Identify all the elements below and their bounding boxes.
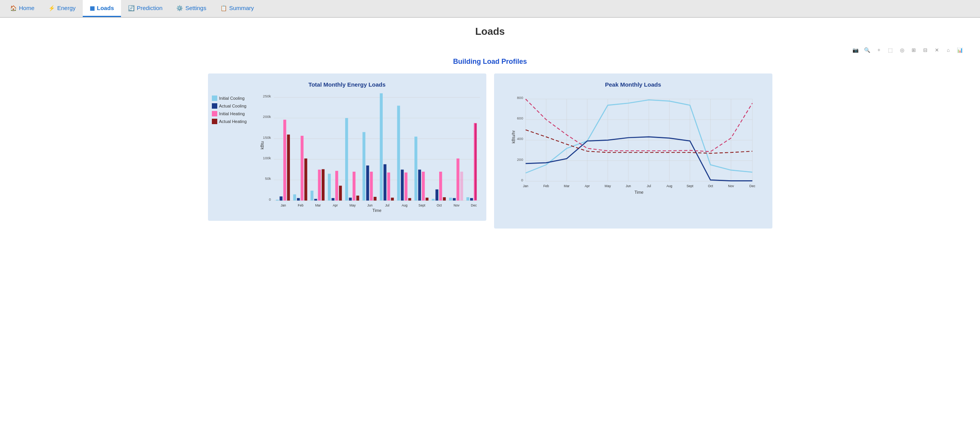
svg-rect-36	[356, 196, 359, 201]
svg-rect-19	[297, 198, 300, 200]
svg-rect-18	[293, 195, 296, 201]
legend-label-actual-heating: Actual Heating	[219, 119, 247, 124]
zoom-button[interactable]: 🔍	[862, 45, 872, 55]
svg-rect-33	[345, 118, 348, 200]
line-chart-svg: 800 600 400 200 0 kBtu/hr	[498, 92, 769, 223]
svg-text:200: 200	[517, 157, 523, 162]
legend-color-actual-heating	[212, 119, 217, 124]
svg-rect-58	[431, 199, 434, 200]
bar-chart-button[interactable]: 📊	[955, 45, 965, 55]
nav-energy[interactable]: ⚡ Energy	[41, 0, 83, 17]
svg-rect-35	[353, 172, 355, 201]
svg-rect-55	[422, 172, 424, 201]
svg-rect-56	[425, 198, 428, 200]
nav-loads[interactable]: ▦ Loads	[83, 0, 121, 17]
svg-rect-44	[383, 164, 386, 201]
legend-initial-cooling: Initial Cooling	[212, 96, 254, 101]
nav-home-label: Home	[19, 5, 34, 11]
svg-text:Time: Time	[372, 208, 381, 213]
nav-settings-label: Settings	[185, 5, 206, 11]
svg-text:Nov: Nov	[453, 203, 460, 207]
svg-rect-29	[331, 198, 334, 200]
svg-rect-38	[362, 132, 365, 201]
svg-rect-54	[418, 170, 421, 201]
bar-chart-container: Total Monthly Energy Loads Initial Cooli…	[208, 73, 486, 221]
svg-text:kBtu/hr: kBtu/hr	[511, 130, 516, 143]
legend-color-initial-heating	[212, 111, 217, 116]
svg-text:Dec: Dec	[471, 203, 477, 207]
legend-color-initial-cooling	[212, 96, 217, 101]
actual-cooling-line	[525, 137, 752, 181]
bar-chart-legend: Initial Cooling Actual Cooling Initial H…	[212, 92, 254, 217]
svg-text:Apr: Apr	[585, 184, 590, 188]
svg-rect-48	[397, 106, 400, 200]
svg-rect-15	[283, 120, 286, 201]
svg-rect-40	[370, 172, 372, 201]
page-title: Loads	[12, 26, 968, 38]
actual-heating-line	[525, 130, 752, 154]
nav-home[interactable]: 🏠 Home	[3, 0, 41, 17]
close-button[interactable]: ✕	[932, 45, 941, 55]
svg-rect-31	[339, 186, 341, 200]
svg-text:Nov: Nov	[728, 184, 734, 188]
home-icon: 🏠	[10, 5, 17, 11]
bar-chart-area: 250k 200k 150k 100k 50k 0 kBtu	[259, 92, 482, 217]
svg-rect-49	[401, 170, 403, 201]
main-content: Loads 📷 🔍 ＋ ⬚ ◎ ⊞ ⊟ ✕ ⌂ 📊 Building Load …	[0, 18, 980, 442]
svg-rect-14	[280, 196, 282, 201]
svg-text:Mar: Mar	[315, 203, 321, 207]
charts-row: Total Monthly Energy Loads Initial Cooli…	[12, 73, 968, 229]
svg-text:250k: 250k	[263, 94, 271, 98]
svg-text:Oct: Oct	[436, 203, 442, 207]
svg-text:Jan: Jan	[523, 184, 528, 188]
svg-rect-26	[322, 169, 324, 201]
loads-icon: ▦	[90, 5, 95, 11]
lasso-button[interactable]: ◎	[897, 45, 907, 55]
svg-text:800: 800	[517, 96, 523, 100]
svg-rect-13	[276, 200, 278, 200]
svg-text:Sept: Sept	[418, 203, 425, 207]
svg-rect-39	[366, 166, 369, 201]
svg-rect-30	[335, 171, 338, 201]
nav-settings[interactable]: ⚙️ Settings	[169, 0, 213, 17]
legend-label-initial-heating: Initial Heating	[219, 111, 245, 116]
zoom-out-button[interactable]: ⊟	[920, 45, 930, 55]
svg-rect-64	[453, 198, 455, 200]
svg-text:Time: Time	[634, 190, 643, 195]
legend-label-initial-cooling: Initial Cooling	[219, 96, 245, 101]
svg-rect-69	[470, 198, 473, 200]
nav-loads-label: Loads	[97, 5, 114, 11]
svg-rect-60	[439, 172, 442, 201]
energy-icon: ⚡	[48, 5, 55, 11]
svg-rect-61	[443, 197, 445, 201]
svg-text:Sept: Sept	[686, 184, 693, 188]
bar-chart-title: Total Monthly Energy Loads	[212, 81, 482, 88]
legend-actual-heating: Actual Heating	[212, 119, 254, 124]
svg-text:0: 0	[269, 197, 271, 201]
svg-text:50k: 50k	[265, 176, 271, 181]
svg-rect-68	[466, 197, 469, 201]
svg-text:Jul: Jul	[385, 203, 389, 207]
section-title: Building Load Profiles	[12, 58, 968, 66]
initial-cooling-line	[525, 100, 752, 173]
camera-button[interactable]: 📷	[851, 45, 860, 55]
plus-button[interactable]: ＋	[874, 45, 883, 55]
nav-summary-label: Summary	[229, 5, 254, 11]
legend-color-actual-cooling	[212, 103, 217, 109]
svg-text:kBtu: kBtu	[259, 141, 264, 149]
nav-prediction[interactable]: 🔄 Prediction	[121, 0, 170, 17]
settings-icon: ⚙️	[176, 5, 183, 11]
reset-button[interactable]: ⌂	[944, 45, 953, 55]
svg-rect-53	[414, 137, 417, 200]
nav-summary[interactable]: 📋 Summary	[213, 0, 261, 17]
box-select-button[interactable]: ⬚	[886, 45, 895, 55]
prediction-icon: 🔄	[128, 5, 135, 11]
svg-text:Jan: Jan	[280, 203, 286, 207]
svg-rect-65	[456, 159, 459, 201]
legend-initial-heating: Initial Heating	[212, 111, 254, 116]
zoom-in-button[interactable]: ⊞	[909, 45, 918, 55]
svg-rect-43	[380, 93, 382, 200]
svg-text:Jun: Jun	[367, 203, 372, 207]
legend-actual-cooling: Actual Cooling	[212, 103, 254, 109]
svg-text:May: May	[605, 184, 611, 188]
